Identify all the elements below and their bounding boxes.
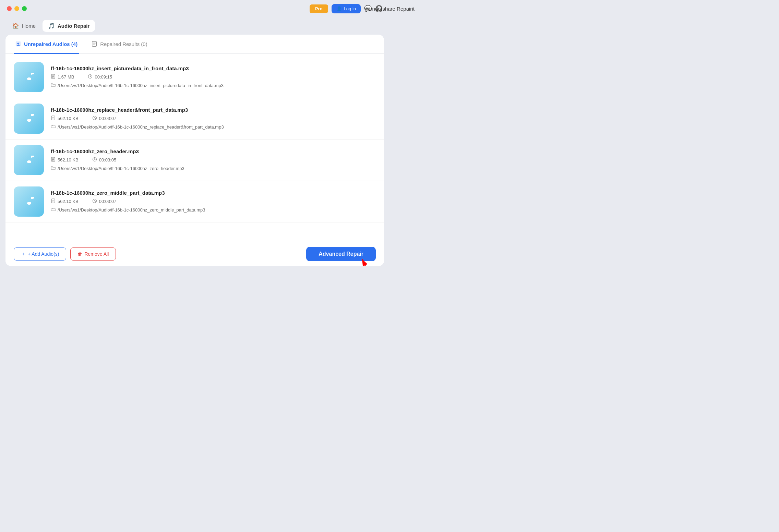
folder-icon <box>51 124 56 130</box>
file-size-icon <box>51 157 56 163</box>
file-thumbnail <box>14 104 44 134</box>
tab-unrepaired-label: Unrepaired Audios (4) <box>24 41 77 47</box>
window-controls <box>7 6 27 11</box>
file-info: ff-16b-1c-16000hz_zero_middle_part_data.… <box>51 190 376 213</box>
remove-all-label: Remove All <box>84 251 109 257</box>
folder-icon <box>51 207 56 213</box>
file-meta: 562.10 KB 00:03:05 <box>51 157 376 163</box>
file-name: ff-16b-1c-16000hz_zero_header.mp3 <box>51 148 376 154</box>
music-note-icon <box>22 153 36 167</box>
folder-icon <box>51 83 56 88</box>
file-thumbnail <box>14 62 44 92</box>
user-icon: 👤 <box>336 6 342 11</box>
file-size-icon <box>51 116 56 121</box>
file-info: ff-16b-1c-16000hz_zero_header.mp3 562.10… <box>51 148 376 171</box>
svg-line-20 <box>95 118 96 119</box>
file-size-icon <box>51 74 56 80</box>
title-bar: Wondershare Repairit Pro 👤 Log in 💬 🎧 <box>0 0 389 17</box>
tabs: Unrepaired Audios (4) Repaired Results (… <box>5 35 384 54</box>
file-item: ff-16b-1c-16000hz_insert_picturedata_in_… <box>5 57 384 98</box>
file-duration: 00:09:15 <box>88 74 112 80</box>
svg-line-27 <box>95 159 96 160</box>
advanced-repair-label: Advanced Repair <box>319 251 363 257</box>
plus-icon: ＋ <box>21 251 26 257</box>
svg-line-34 <box>95 201 96 202</box>
file-duration: 00:03:05 <box>92 157 117 163</box>
file-path: /Users/ws1/Desktop/Audio/ff-16b-1c-16000… <box>51 83 376 88</box>
clock-icon <box>92 157 97 163</box>
file-meta: 562.10 KB 00:03:07 <box>51 198 376 204</box>
file-path: /Users/ws1/Desktop/Audio/ff-16b-1c-16000… <box>51 124 376 130</box>
file-size: 1.67 MB <box>51 74 74 80</box>
music-note-icon <box>22 194 36 209</box>
clock-icon <box>92 198 97 204</box>
file-info: ff-16b-1c-16000hz_insert_picturedata_in_… <box>51 65 376 88</box>
add-audio-button[interactable]: ＋ + Add Audio(s) <box>14 247 66 261</box>
unrepaired-tab-icon <box>15 41 21 47</box>
pro-badge-button[interactable]: Pro <box>310 4 328 13</box>
login-button[interactable]: 👤 Log in <box>332 4 361 13</box>
file-size: 562.10 KB <box>51 157 79 163</box>
file-list: ff-16b-1c-16000hz_insert_picturedata_in_… <box>5 54 384 242</box>
file-thumbnail <box>14 186 44 217</box>
file-name: ff-16b-1c-16000hz_zero_middle_part_data.… <box>51 190 376 196</box>
nav-audio-repair-label: Audio Repair <box>58 23 89 29</box>
main-content: Unrepaired Audios (4) Repaired Results (… <box>5 35 384 266</box>
folder-icon <box>51 166 56 171</box>
repaired-tab-icon <box>91 41 97 47</box>
nav-bar: 🏠 Home 🎵 Audio Repair <box>0 17 389 35</box>
file-size: 562.10 KB <box>51 116 79 121</box>
file-item: ff-16b-1c-16000hz_zero_middle_part_data.… <box>5 181 384 222</box>
svg-line-13 <box>90 76 91 77</box>
tab-repaired[interactable]: Repaired Results (0) <box>90 35 149 54</box>
minimize-button[interactable] <box>14 6 19 11</box>
file-thumbnail <box>14 145 44 175</box>
file-name: ff-16b-1c-16000hz_insert_picturedata_in_… <box>51 65 376 71</box>
trash-icon: 🗑 <box>77 251 82 257</box>
file-path: /Users/ws1/Desktop/Audio/ff-16b-1c-16000… <box>51 207 376 213</box>
file-duration: 00:03:07 <box>92 116 117 121</box>
file-size: 562.10 KB <box>51 198 79 204</box>
music-note-icon <box>22 70 36 84</box>
clock-icon <box>88 74 93 80</box>
clock-icon <box>92 116 97 121</box>
home-icon: 🏠 <box>12 23 19 29</box>
file-duration: 00:03:07 <box>92 198 117 204</box>
file-meta: 562.10 KB 00:03:07 <box>51 116 376 121</box>
nav-home-label: Home <box>22 23 36 29</box>
bottom-left-buttons: ＋ + Add Audio(s) 🗑 Remove All <box>14 247 116 261</box>
file-name: ff-16b-1c-16000hz_replace_header&front_p… <box>51 107 376 113</box>
app-title: Wondershare Repairit <box>364 6 389 12</box>
audio-repair-icon: 🎵 <box>48 23 55 29</box>
tab-repaired-label: Repaired Results (0) <box>100 41 147 47</box>
file-path: /Users/ws1/Desktop/Audio/ff-16b-1c-16000… <box>51 166 376 171</box>
file-item: ff-16b-1c-16000hz_zero_header.mp3 562.10… <box>5 140 384 181</box>
maximize-button[interactable] <box>22 6 27 11</box>
music-note-icon <box>22 111 36 126</box>
add-audio-label: + Add Audio(s) <box>28 251 59 257</box>
file-info: ff-16b-1c-16000hz_replace_header&front_p… <box>51 107 376 130</box>
file-size-icon <box>51 198 56 204</box>
advanced-repair-button[interactable]: Advanced Repair <box>306 247 376 261</box>
nav-audio-repair[interactable]: 🎵 Audio Repair <box>43 20 95 32</box>
close-button[interactable] <box>7 6 12 11</box>
nav-home[interactable]: 🏠 Home <box>7 20 41 32</box>
tab-unrepaired[interactable]: Unrepaired Audios (4) <box>14 35 79 54</box>
bottom-right-area: Advanced Repair <box>306 247 376 261</box>
file-item: ff-16b-1c-16000hz_replace_header&front_p… <box>5 98 384 140</box>
remove-all-button[interactable]: 🗑 Remove All <box>70 247 116 261</box>
file-meta: 1.67 MB 00:09:15 <box>51 74 376 80</box>
bottom-bar: ＋ + Add Audio(s) 🗑 Remove All Advanced R… <box>5 242 384 266</box>
